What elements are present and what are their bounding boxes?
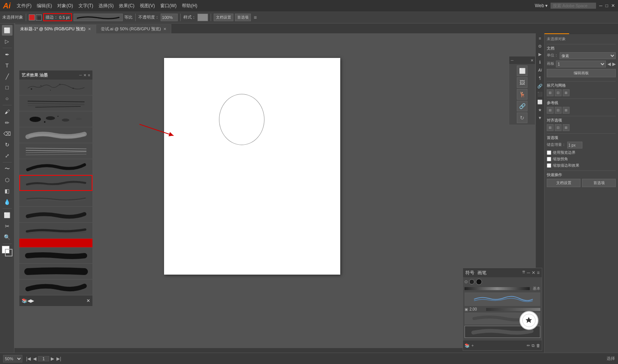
tool-line[interactable]: ╱ (2, 71, 13, 82)
brush-item-9[interactable] (19, 207, 92, 223)
brush-item-14[interactable] (19, 280, 92, 295)
brush-item-2[interactable] (19, 95, 92, 111)
fill-color-box[interactable] (36, 14, 42, 20)
brush-item-5[interactable] (19, 143, 92, 159)
tab-try[interactable]: 尝试.ai @ 50% (RGB/GPU 预览) ✕ (96, 24, 171, 33)
brush-tab[interactable]: 画笔 (477, 270, 487, 276)
spanel-close-btn[interactable]: ✕ (532, 270, 535, 275)
brush-next-btn[interactable]: ▶ (31, 298, 34, 303)
tab-try-close[interactable]: ✕ (163, 27, 166, 31)
scale-strokes-check[interactable] (547, 163, 551, 168)
tool-pen[interactable]: ✒ (2, 49, 13, 60)
mini-btn-4[interactable]: 🔗 (517, 101, 527, 111)
maximize-btn[interactable]: □ (605, 3, 608, 8)
tool-gradient[interactable]: ◧ (2, 186, 13, 196)
artboard-select[interactable]: 1 (556, 61, 606, 67)
unit-select[interactable]: 像素 毫米 厘米 点 (560, 52, 616, 59)
brush-item-13[interactable] (19, 264, 92, 280)
stroke-color-red[interactable] (29, 14, 35, 20)
r-icon-settings[interactable]: ⚙ (537, 43, 543, 50)
tool-shape-builder[interactable]: ⬡ (2, 175, 13, 185)
brush-add-library-btn[interactable]: 📚 (22, 298, 27, 303)
arrange-icon[interactable]: ≡ (254, 14, 257, 20)
tool-paintbrush[interactable]: 🖌 (2, 106, 13, 117)
page-next-btn[interactable]: ▶ (50, 356, 55, 361)
brush-delete-btn[interactable]: ✕ (86, 298, 90, 303)
search-input[interactable] (551, 3, 596, 9)
page-input[interactable] (38, 356, 49, 361)
brushes-close-btn[interactable]: ✕ (83, 73, 86, 77)
brush-item-8[interactable] (19, 191, 92, 207)
workspace-selector[interactable]: Web ▾ (535, 3, 548, 8)
artboard-prev[interactable]: ◀ (607, 61, 611, 67)
page-first-btn[interactable]: |◀ (25, 356, 31, 361)
scrollbar-horizontal[interactable] (14, 348, 540, 353)
tool-selection[interactable]: ⬜ (2, 25, 13, 36)
brush-item-7[interactable] (19, 175, 92, 191)
brushes-menu-btn[interactable]: ≡ (88, 73, 90, 77)
spanel-dupe-btn[interactable]: ⧉ (532, 343, 535, 348)
mini-panel-expand[interactable]: ✕ (530, 58, 534, 62)
mini-btn-3[interactable]: 🦌 (517, 89, 527, 100)
zoom-select[interactable]: 50% 100% 200% (3, 355, 22, 362)
spanel-expand-btn[interactable]: ⇈ (522, 270, 525, 275)
minimize-btn[interactable]: ─ (599, 3, 602, 8)
r-icon-star[interactable]: ★ (537, 106, 543, 113)
r-icon-artboard[interactable]: ⬜ (537, 98, 543, 105)
menu-help[interactable]: 帮助(H) (180, 2, 200, 10)
menu-window[interactable]: 窗口(W) (158, 2, 179, 10)
tool-pencil[interactable]: ✏ (2, 117, 13, 128)
ruler-icon-1[interactable]: ⊞ (547, 89, 554, 96)
preview-bounds-check[interactable] (547, 150, 551, 155)
spanel-library-btn[interactable]: 📚 (465, 343, 470, 348)
opacity-input[interactable] (161, 14, 178, 21)
brush-item-10[interactable] (19, 223, 92, 239)
tool-eyedropper[interactable]: 💧 (2, 197, 13, 207)
tool-rotate[interactable]: ↻ (2, 139, 13, 150)
snap-icon-1[interactable]: ⊞ (547, 124, 554, 131)
spanel-collapse-btn[interactable]: ─ (527, 270, 530, 275)
menu-object[interactable]: 对象(O) (55, 2, 75, 10)
brush-stroke-preview[interactable] (74, 14, 123, 21)
spiral-brush-preview[interactable] (465, 292, 540, 306)
edit-artboard-btn[interactable]: 编辑画板 (547, 69, 616, 77)
mini-btn-5[interactable]: ↻ (517, 112, 527, 123)
snap-icon-3[interactable]: ⊠ (563, 124, 569, 131)
spanel-menu-btn[interactable]: ≡ (537, 270, 540, 275)
brush-item-3[interactable] (19, 111, 92, 127)
ruler-icon-2[interactable]: ⊟ (555, 89, 562, 96)
guide-icon-3[interactable]: ⊠ (563, 107, 569, 114)
ruler-icon-3[interactable]: ⊠ (563, 89, 569, 96)
snap-icon-2[interactable]: ⊟ (555, 124, 562, 131)
tool-warp[interactable]: 〜 (2, 164, 13, 174)
brush-prev-btn[interactable]: ◀ (27, 298, 31, 303)
menu-edit[interactable]: 编辑(E) (34, 2, 54, 10)
tab-untitled[interactable]: 未标题-1* @ 50% (RGB/GPU 预览) ✕ (15, 24, 96, 33)
brushes-collapse-btn[interactable]: ─ (79, 73, 82, 77)
menu-select[interactable]: 选择(S) (96, 2, 116, 10)
r-icon-ai[interactable]: Ai (537, 67, 543, 73)
r-icon-paragraph[interactable]: ¶ (537, 75, 543, 81)
spanel-delete-btn[interactable]: 🗑 (536, 343, 540, 348)
brush-item-11[interactable] (19, 239, 92, 248)
guide-icon-2[interactable]: ⊟ (555, 107, 562, 114)
mini-panel-collapse[interactable]: ─ (511, 58, 513, 62)
tool-artboard[interactable]: ⬜ (2, 210, 13, 220)
tool-scale[interactable]: ⤢ (2, 150, 13, 161)
artboard-next[interactable]: ▶ (612, 61, 616, 67)
close-btn[interactable]: ✕ (611, 3, 615, 8)
tool-rect[interactable]: □ (2, 82, 13, 93)
r-icon-play[interactable]: ▶ (537, 51, 543, 58)
keyboard-input[interactable] (567, 142, 582, 148)
style-preview[interactable] (197, 14, 208, 21)
r-icon-properties[interactable]: ≡ (537, 35, 543, 42)
dot-small[interactable] (465, 280, 468, 283)
r-icon-info[interactable]: ℹ (537, 59, 543, 66)
page-prev-btn[interactable]: ◀ (32, 356, 37, 361)
doc-setup-btn[interactable]: 文档设置 (214, 14, 233, 21)
r-icon-align[interactable]: ⬛ (537, 91, 543, 97)
r-icon-down[interactable]: ▼ (537, 114, 543, 121)
guide-icon-1[interactable]: ⊞ (547, 107, 554, 114)
page-last-btn[interactable]: ▶| (56, 356, 62, 361)
symbol-tab[interactable]: 符号 (465, 270, 474, 276)
